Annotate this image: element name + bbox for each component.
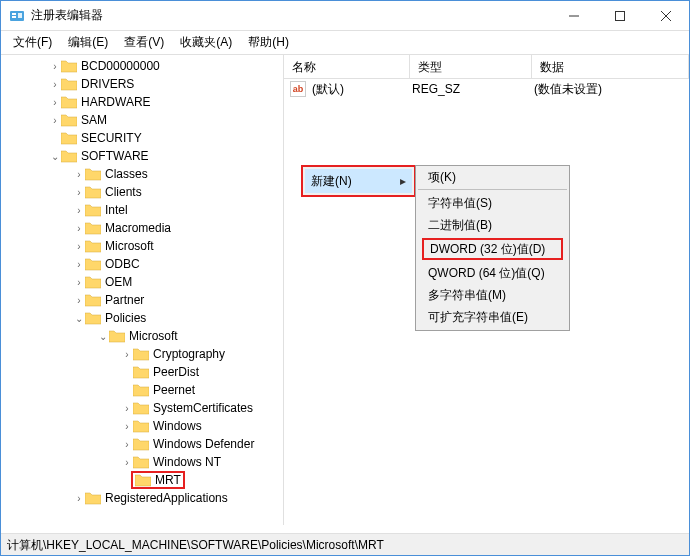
tree-item[interactable]: ›Classes: [1, 165, 283, 183]
chevron-right-icon[interactable]: ›: [73, 241, 85, 252]
value-name: (默认): [312, 81, 412, 98]
maximize-button[interactable]: [597, 1, 643, 31]
folder-icon: [133, 437, 149, 451]
chevron-right-icon[interactable]: ›: [121, 403, 133, 414]
chevron-right-icon[interactable]: ›: [121, 457, 133, 468]
menu-file[interactable]: 文件(F): [5, 32, 60, 53]
tree-item[interactable]: ›RegisteredApplications: [1, 489, 283, 507]
chevron-right-icon[interactable]: ›: [49, 97, 61, 108]
tree-item[interactable]: ›Microsoft: [1, 237, 283, 255]
menu-help[interactable]: 帮助(H): [240, 32, 297, 53]
folder-icon: [133, 365, 149, 379]
tree-item[interactable]: Peernet: [1, 381, 283, 399]
chevron-right-icon[interactable]: ›: [73, 259, 85, 270]
chevron-down-icon[interactable]: ⌄: [73, 313, 85, 324]
tree-item[interactable]: PeerDist: [1, 363, 283, 381]
tree-item[interactable]: ⌄Microsoft: [1, 327, 283, 345]
chevron-right-icon[interactable]: ›: [121, 439, 133, 450]
menu-item[interactable]: 二进制值(B): [418, 214, 567, 236]
tree-item[interactable]: ›SAM: [1, 111, 283, 129]
folder-icon: [61, 59, 77, 73]
tree-item[interactable]: ›ODBC: [1, 255, 283, 273]
chevron-right-icon[interactable]: ›: [121, 349, 133, 360]
folder-icon: [85, 311, 101, 325]
context-menu-primary: 新建(N) ▸: [301, 165, 416, 197]
chevron-down-icon[interactable]: ⌄: [97, 331, 109, 342]
chevron-right-icon[interactable]: ›: [73, 493, 85, 504]
chevron-right-icon[interactable]: ›: [73, 223, 85, 234]
tree-item[interactable]: ›SystemCertificates: [1, 399, 283, 417]
menu-item[interactable]: 项(K): [418, 168, 567, 190]
tree-item[interactable]: ›HARDWARE: [1, 93, 283, 111]
tree-item-label: PeerDist: [153, 365, 199, 379]
tree-item[interactable]: ›Intel: [1, 201, 283, 219]
menu-edit[interactable]: 编辑(E): [60, 32, 116, 53]
context-menu-group: 新建(N) ▸ 项(K)字符串值(S)二进制值(B)DWORD (32 位)值(…: [301, 165, 570, 331]
list-row[interactable]: ab (默认) REG_SZ (数值未设置): [284, 79, 689, 99]
tree-item[interactable]: MRT: [1, 471, 283, 489]
chevron-right-icon[interactable]: ›: [49, 79, 61, 90]
chevron-right-icon[interactable]: ›: [49, 115, 61, 126]
tree-item[interactable]: ›Clients: [1, 183, 283, 201]
tree-pane[interactable]: ›BCD00000000›DRIVERS›HARDWARE›SAM SECURI…: [1, 55, 284, 525]
tree-item[interactable]: ›Windows NT: [1, 453, 283, 471]
menu-view[interactable]: 查看(V): [116, 32, 172, 53]
menu-item[interactable]: DWORD (32 位)值(D): [422, 238, 563, 260]
tree-item-label: Microsoft: [105, 239, 154, 253]
tree-item[interactable]: ›DRIVERS: [1, 75, 283, 93]
folder-icon: [61, 149, 77, 163]
menu-item[interactable]: 字符串值(S): [418, 192, 567, 214]
menu-bar: 文件(F) 编辑(E) 查看(V) 收藏夹(A) 帮助(H): [1, 31, 689, 55]
chevron-right-icon[interactable]: ›: [73, 277, 85, 288]
tree-item[interactable]: ›Windows: [1, 417, 283, 435]
tree-item-label: Cryptography: [153, 347, 225, 361]
tree-item[interactable]: SECURITY: [1, 129, 283, 147]
tree-item[interactable]: ⌄Policies: [1, 309, 283, 327]
tree-item[interactable]: ›Windows Defender: [1, 435, 283, 453]
status-bar: 计算机\HKEY_LOCAL_MACHINE\SOFTWARE\Policies…: [1, 533, 689, 555]
menu-item[interactable]: 多字符串值(M): [418, 284, 567, 306]
tree-item-label: Macromedia: [105, 221, 171, 235]
folder-icon: [85, 257, 101, 271]
tree-item[interactable]: ›Cryptography: [1, 345, 283, 363]
tree-item-label: MRT: [155, 473, 181, 487]
chevron-right-icon[interactable]: ›: [73, 169, 85, 180]
chevron-right-icon[interactable]: ›: [73, 205, 85, 216]
folder-icon: [85, 275, 101, 289]
menu-favorites[interactable]: 收藏夹(A): [172, 32, 240, 53]
chevron-down-icon[interactable]: ⌄: [49, 151, 61, 162]
menu-item[interactable]: QWORD (64 位)值(Q): [418, 262, 567, 284]
close-button[interactable]: [643, 1, 689, 31]
chevron-right-icon[interactable]: ›: [121, 421, 133, 432]
title-bar: 注册表编辑器: [1, 1, 689, 31]
value-type: REG_SZ: [412, 82, 534, 96]
tree-item[interactable]: ›OEM: [1, 273, 283, 291]
minimize-button[interactable]: [551, 1, 597, 31]
folder-icon: [133, 347, 149, 361]
regedit-icon: [9, 8, 25, 24]
chevron-right-icon[interactable]: ›: [49, 61, 61, 72]
chevron-right-icon[interactable]: ›: [73, 187, 85, 198]
col-data[interactable]: 数据: [532, 55, 689, 78]
col-name[interactable]: 名称: [284, 55, 410, 78]
folder-icon: [135, 473, 151, 487]
menu-item-label: 新建(N): [311, 173, 352, 190]
chevron-right-icon[interactable]: ›: [73, 295, 85, 306]
window-title: 注册表编辑器: [31, 7, 551, 24]
menu-item-new[interactable]: 新建(N) ▸: [305, 169, 412, 193]
col-type[interactable]: 类型: [410, 55, 532, 78]
folder-icon: [61, 113, 77, 127]
tree-item[interactable]: ›Macromedia: [1, 219, 283, 237]
folder-icon: [85, 203, 101, 217]
svg-rect-3: [18, 13, 22, 18]
tree-item-label: Peernet: [153, 383, 195, 397]
tree-item[interactable]: ⌄SOFTWARE: [1, 147, 283, 165]
tree-item-label: RegisteredApplications: [105, 491, 228, 505]
folder-icon: [61, 131, 77, 145]
menu-item[interactable]: 可扩充字符串值(E): [418, 306, 567, 328]
tree-item[interactable]: ›BCD00000000: [1, 57, 283, 75]
tree-item-label: Partner: [105, 293, 144, 307]
folder-icon: [61, 95, 77, 109]
tree-item-label: DRIVERS: [81, 77, 134, 91]
tree-item[interactable]: ›Partner: [1, 291, 283, 309]
